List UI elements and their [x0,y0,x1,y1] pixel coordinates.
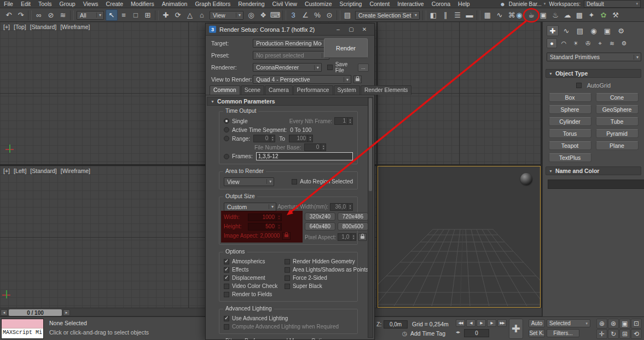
key-filters-button[interactable]: Filters... [547,329,579,337]
viewport-menu-shading[interactable]: [Wireframe] [60,24,90,30]
menu-scripting[interactable]: Scripting [336,0,366,8]
create-teapot-button[interactable]: Teapot [549,141,591,150]
select-and-move-icon[interactable]: ✚ [160,9,172,21]
render-button[interactable]: Render [324,38,368,58]
create-textplus-button[interactable]: TextPlus [549,153,591,162]
menu-content[interactable]: Content [365,0,393,8]
output-size-dropdown[interactable]: Custom ▾ [224,203,276,211]
maximize-button[interactable]: ▢ [345,26,358,32]
object-type-rollout[interactable]: ▼ Object Type [546,69,641,78]
render-production-icon[interactable]: ♨ [549,9,561,21]
zoom-region-icon[interactable]: ⊡ [631,319,642,329]
create-geosphere-button[interactable]: GeoSphere [596,105,639,114]
z-coordinate-field[interactable]: 0,0m [384,320,408,329]
active-time-segment-radio[interactable] [224,127,229,132]
selection-region-icon[interactable]: □ [130,9,142,21]
spinner-arrows[interactable] [351,234,356,240]
render-to-fields-checkbox[interactable] [224,292,229,297]
menu-create[interactable]: Create [102,0,127,8]
create-pyramid-button[interactable]: Pyramid [596,129,639,138]
view-to-render-dropdown[interactable]: Quad 4 - Perspective ▾ [253,75,351,84]
file-number-base-spinner[interactable]: 0 [304,143,326,151]
select-and-rotate-icon[interactable]: ⟳ [172,9,184,21]
go-to-end-icon[interactable]: ▶▶ [497,319,507,327]
utilities-tab-icon[interactable]: ⚙ [615,25,627,36]
selection-filter-dropdown[interactable]: All▾ [77,11,104,20]
display-tab-icon[interactable]: ▣ [601,25,613,36]
menu-modifiers[interactable]: Modifiers [127,0,158,8]
shapes-category-icon[interactable]: ◠ [559,38,569,48]
toggle-ribbon-icon[interactable]: ▬ [463,9,475,21]
spinner-arrows[interactable] [347,204,352,210]
minimize-button[interactable]: – [332,26,345,32]
maximize-viewport-icon[interactable]: ⊞ [619,329,630,339]
range-end-spinner[interactable]: 100 [289,135,313,142]
viewport-menu-standard[interactable]: [Standard] [30,168,56,174]
height-spinner[interactable]: 500 [248,223,282,230]
maxscript-mini-listener[interactable]: MAXScript Mi [1,319,44,339]
corona-toolbar-icon[interactable]: ✦ [585,9,597,21]
redo-icon[interactable]: ↷ [15,9,27,21]
create-tube-button[interactable]: Tube [596,117,639,126]
material-editor-icon[interactable]: ◉ [513,9,525,21]
menu-edit[interactable]: Edit [17,0,34,8]
common-parameters-rollout[interactable]: ▼ Common Parameters [207,97,373,106]
menu-rendering[interactable]: Rendering [234,0,268,8]
zoom-extents-icon[interactable]: ▣ [619,319,630,329]
modify-tab-icon[interactable]: ∿ [560,25,572,36]
force-2-sided-checkbox[interactable] [285,275,290,281]
viewport-menu-plus[interactable]: [+] [3,24,10,30]
rendered-frame-window-icon[interactable]: ▣ [537,9,549,21]
viewport-lock-button[interactable] [353,76,362,83]
motion-tab-icon[interactable]: ◉ [588,25,600,36]
menu-customize[interactable]: Customize [301,0,336,8]
frames-input[interactable] [256,152,353,160]
signed-in-user-dropdown[interactable]: Daniele Bar... ▾ [509,1,546,8]
compute-advanced-lighting-checkbox[interactable] [224,324,229,330]
super-black-checkbox[interactable] [285,284,290,289]
create-cone-button[interactable]: Cone [596,93,639,102]
cameras-category-icon[interactable]: ✇ [583,38,593,48]
name-and-color-rollout[interactable]: ▼ Name and Color [546,166,641,175]
navigation-sphere-icon[interactable] [520,173,532,185]
save-file-checkbox[interactable] [327,65,333,70]
auto-key-button[interactable]: Auto [529,319,545,327]
lights-category-icon[interactable]: ☀ [571,38,581,48]
mirror-icon[interactable]: ◧ [427,9,439,21]
menu-help[interactable]: Help [454,0,474,8]
primitive-category-dropdown[interactable]: Standard Primitives ▾ [547,53,641,61]
align-icon[interactable]: ∥ [439,9,451,21]
menu-file[interactable]: File [0,0,17,8]
pixel-aspect-lock-button[interactable] [358,233,367,241]
edit-named-selection-icon[interactable]: ▤ [341,9,353,21]
spinner-arrows[interactable] [276,214,281,221]
create-cylinder-button[interactable]: Cylinder [549,117,591,126]
render-setup-icon[interactable]: ☕ [525,9,537,21]
render-in-cloud-icon[interactable]: ☁ [561,9,573,21]
hierarchy-tab-icon[interactable]: ▤ [574,25,586,36]
percent-snap-icon[interactable]: % [311,9,323,21]
create-selection-set-combo[interactable]: Create Selection Set▾ [355,11,420,20]
workspace-dropdown[interactable]: Default ▾ [584,0,641,8]
auto-region-checkbox[interactable] [292,179,297,185]
previous-frame-icon[interactable]: ◀ [466,319,475,327]
preset-720x486-button[interactable]: 720x486 [338,212,368,221]
displacement-checkbox[interactable] [224,275,229,281]
use-advanced-lighting-checkbox[interactable] [224,316,229,321]
menu-graph-editors[interactable]: Graph Editors [191,0,234,8]
create-torus-button[interactable]: Torus [549,129,591,138]
render-history-icon[interactable]: ▩ [573,9,585,21]
image-aspect-lock-button[interactable] [282,232,291,240]
spinner-arrows[interactable] [308,135,312,142]
create-box-button[interactable]: Box [549,93,591,102]
key-filter-dropdown[interactable]: Selected▾ [547,319,590,327]
dialog-titlebar[interactable]: 3 Render Setup: Corona 1.7 (hotfix 2) – … [206,24,374,36]
scrollbar-thumb[interactable] [369,98,372,191]
viewport-menu-plus[interactable]: [+] [3,168,10,174]
utilities-hammer-icon[interactable]: ⚒ [610,9,622,21]
helpers-category-icon[interactable]: ⌖ [595,38,605,48]
atmospherics-checkbox[interactable] [224,259,229,264]
add-time-tag[interactable]: Add Time Tag [410,330,445,337]
select-and-manipulate-icon[interactable]: ❖ [257,9,269,21]
tab-performance[interactable]: Performance [293,85,333,95]
